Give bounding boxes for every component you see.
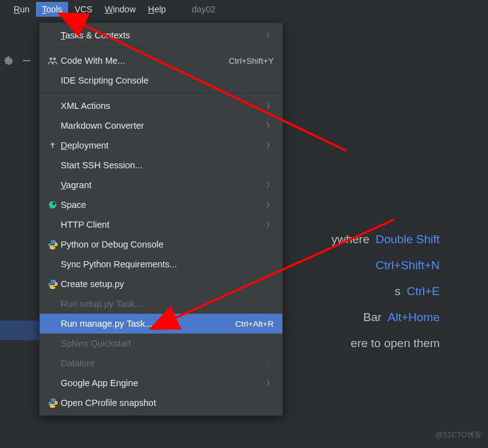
menu-python-console[interactable]: Python or Debug Console <box>40 235 282 254</box>
svg-point-3 <box>49 201 56 209</box>
svg-point-2 <box>53 58 56 61</box>
watermark: @51CTO博客 <box>435 430 482 441</box>
hint-search-everywhere-kb: Double Shift <box>375 233 440 246</box>
menu-tasks[interactable]: Tasks & Contexts〉 <box>40 25 282 45</box>
menu-run-setup-label: Run setup.py Task... <box>61 299 142 309</box>
hint-navbar-label: Bar <box>363 311 381 324</box>
menu-markdown-label: Markdown Converter <box>61 121 144 131</box>
menu-xml-label: XML Actions <box>61 101 110 111</box>
menu-sphinx: Sphinx Quickstart <box>40 334 282 353</box>
separator <box>40 48 282 48</box>
menu-cprofile-label: Open CProfile snapshot <box>61 398 156 408</box>
hint-search-everywhere-label: ywhere <box>331 233 369 246</box>
menu-vagrant[interactable]: Vagrant〉 <box>40 175 282 195</box>
menubar: Run Tools VCS Window Help day02 <box>0 0 488 19</box>
separator <box>40 93 282 93</box>
hint-navbar-kb: Alt+Home <box>388 311 440 324</box>
hint-drop-label: ere to open them <box>351 337 440 350</box>
menubar-run[interactable]: Run <box>7 2 36 17</box>
people-icon <box>46 56 59 65</box>
menu-sync-requirements[interactable]: Sync Python Requirements... <box>40 254 282 274</box>
svg-point-4 <box>53 202 56 205</box>
menu-deployment[interactable]: Deployment〉 <box>40 136 282 155</box>
menu-create-setup-label: Create setup.py <box>61 279 124 289</box>
svg-point-1 <box>50 58 53 61</box>
welcome-hints: ywhereDouble Shift Ctrl+Shift+N sCtrl+E … <box>331 233 440 350</box>
python-icon <box>46 280 59 289</box>
project-tree-selection <box>0 321 39 340</box>
menubar-window[interactable]: Window <box>98 2 142 17</box>
menu-code-with-me-label: Code With Me... <box>61 56 125 66</box>
menubar-help[interactable]: Help <box>142 2 172 17</box>
toolbar-icons <box>4 56 31 68</box>
menu-http-client[interactable]: HTTP Client〉 <box>40 215 282 235</box>
menu-gae[interactable]: Google App Engine〉 <box>40 373 282 393</box>
menubar-run-label: un <box>20 4 30 14</box>
menu-ide-scripting[interactable]: IDE Scripting Console <box>40 71 282 90</box>
menu-run-manage-shortcut: Ctrl+Alt+R <box>235 319 274 329</box>
menu-space-label: Space <box>61 200 86 210</box>
menu-markdown[interactable]: Markdown Converter〉 <box>40 116 282 136</box>
menu-gae-label: Google App Engine <box>61 378 138 388</box>
menu-cprofile[interactable]: Open CProfile snapshot <box>40 393 282 413</box>
menu-ssh-label: Start SSH Session... <box>61 160 142 170</box>
python-icon <box>46 398 59 408</box>
space-icon <box>46 200 59 209</box>
hint-recent-label: s <box>394 285 401 298</box>
gear-icon[interactable] <box>4 56 14 68</box>
project-name: day02 <box>192 4 216 14</box>
menubar-tools[interactable]: Tools <box>36 2 69 17</box>
menu-xml-actions[interactable]: XML Actions〉 <box>40 96 282 116</box>
menu-http-label: HTTP Client <box>61 220 110 230</box>
menubar-vcs[interactable]: VCS <box>68 2 98 17</box>
hint-recent-kb: Ctrl+E <box>407 285 440 298</box>
hint-gotofile-kb: Ctrl+Shift+N <box>376 259 440 272</box>
menu-code-with-me-shortcut: Ctrl+Shift+Y <box>229 56 274 66</box>
menu-sync-req-label: Sync Python Requirements... <box>61 259 177 269</box>
tools-dropdown: Tasks & Contexts〉 Code With Me... Ctrl+S… <box>39 22 283 416</box>
menu-create-setup[interactable]: Create setup.py <box>40 274 282 294</box>
menu-sphinx-label: Sphinx Quickstart <box>61 338 131 348</box>
menu-ide-scripting-label: IDE Scripting Console <box>61 75 149 85</box>
svg-rect-0 <box>23 60 30 61</box>
menu-run-manage-py[interactable]: Run manage.py Task... Ctrl+Alt+R <box>40 314 282 334</box>
menu-space[interactable]: Space〉 <box>40 195 282 215</box>
minus-icon[interactable] <box>22 56 31 67</box>
menu-ssh[interactable]: Start SSH Session... <box>40 155 282 175</box>
menu-code-with-me[interactable]: Code With Me... Ctrl+Shift+Y <box>40 51 282 71</box>
menu-python-console-label: Python or Debug Console <box>61 239 163 249</box>
menu-datalore-label: Datalore <box>61 358 95 368</box>
python-icon <box>46 240 59 249</box>
menu-run-manage-label: Run manage.py Task... <box>61 319 152 329</box>
menu-run-setup: Run setup.py Task... <box>40 294 282 314</box>
upload-icon <box>46 141 59 150</box>
menu-datalore: Datalore〉 <box>40 353 282 373</box>
